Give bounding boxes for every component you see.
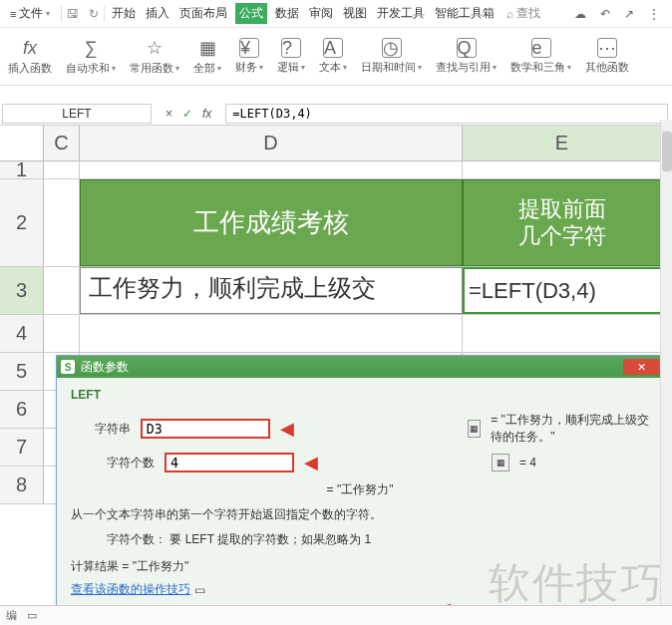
tab-dev[interactable]: 开发工具 bbox=[375, 3, 427, 24]
rib-text[interactable]: A文本▾ bbox=[313, 38, 353, 75]
fx-icon: fx bbox=[23, 37, 37, 59]
col-header-e[interactable]: E bbox=[463, 126, 662, 160]
confirm-formula-icon[interactable]: ✓ bbox=[182, 107, 192, 121]
row-header-7[interactable]: 7 bbox=[0, 429, 44, 466]
arrow-icon: ◀ bbox=[280, 418, 294, 440]
rib-common[interactable]: ☆常用函数▾ bbox=[124, 37, 185, 76]
question-icon: ? bbox=[281, 38, 301, 58]
cell-c2[interactable] bbox=[44, 179, 80, 266]
grid-icon: ▦ bbox=[199, 37, 216, 59]
cell-e3[interactable]: =LEFT(D3,4) bbox=[463, 267, 662, 314]
rib-other[interactable]: ⋯其他函数 bbox=[579, 38, 635, 75]
tab-view[interactable]: 视图 bbox=[341, 3, 369, 24]
tab-insert[interactable]: 插入 bbox=[144, 3, 171, 24]
row-header-6[interactable]: 6 bbox=[0, 391, 44, 428]
tab-data[interactable]: 数据 bbox=[273, 3, 301, 24]
rib-lookup[interactable]: Q查找与引用▾ bbox=[430, 38, 503, 75]
cell-c1[interactable] bbox=[44, 161, 80, 178]
param2-result: = 4 bbox=[519, 456, 536, 469]
vertical-scrollbar[interactable] bbox=[660, 120, 672, 605]
top-menu-bar: ≡ 文件 ▾ 🖫 ↻ 开始 插入 页面布局 公式 数据 审阅 视图 开发工具 智… bbox=[0, 0, 672, 28]
math-icon: e bbox=[531, 38, 551, 58]
param1-result: = "工作努力，顺利完成上级交待的任务。" bbox=[491, 412, 649, 446]
row-header-4[interactable]: 4 bbox=[0, 315, 44, 352]
search-placeholder: 查找 bbox=[516, 5, 540, 22]
save-icon[interactable]: 🖫 bbox=[67, 7, 79, 21]
caret-icon: ▾ bbox=[46, 9, 50, 18]
function-desc: 从一个文本字符串的第一个字符开始返回指定个数的字符。 bbox=[71, 506, 649, 523]
share-icon[interactable]: ↗ bbox=[624, 7, 634, 21]
fx-icon[interactable]: fx bbox=[202, 107, 211, 121]
cell-d1[interactable] bbox=[80, 161, 463, 178]
ref-button-2[interactable]: ▦ bbox=[492, 454, 509, 471]
param1-input[interactable] bbox=[141, 419, 270, 439]
formula-bar: LEFT × ✓ fx bbox=[0, 102, 672, 126]
rib-autosum[interactable]: ∑自动求和▾ bbox=[60, 37, 122, 76]
row-2: 2 工作成绩考核 提取前面 几个字符 bbox=[0, 179, 672, 267]
rib-logic[interactable]: ?逻辑▾ bbox=[271, 38, 311, 75]
cell-e2[interactable]: 提取前面 几个字符 bbox=[463, 179, 662, 266]
layout-icon[interactable]: ▭ bbox=[27, 609, 37, 622]
param1-label: 字符串 bbox=[71, 421, 137, 438]
function-args-dialog: S 函数参数 ✕ LEFT 字符串 ◀ ▦ = "工作努力，顺利完成上级交待的任… bbox=[56, 355, 664, 616]
param-row-2: 字符个数 ◀ ▦ = 4 bbox=[71, 452, 649, 473]
cell-c3[interactable] bbox=[44, 267, 80, 314]
tab-formula[interactable]: 公式 bbox=[235, 3, 267, 24]
param2-label: 字符个数 bbox=[71, 455, 161, 471]
tab-layout[interactable]: 页面布局 bbox=[177, 3, 229, 24]
help-link[interactable]: 查看该函数的操作技巧 bbox=[71, 581, 190, 598]
name-box[interactable]: LEFT bbox=[2, 104, 152, 124]
rib-math[interactable]: e数学和三角▾ bbox=[504, 38, 577, 75]
param-desc: 字符个数： 要 LEFT 提取的字符数；如果忽略为 1 bbox=[107, 531, 649, 548]
select-all-corner[interactable] bbox=[0, 126, 44, 160]
video-icon[interactable]: ▭ bbox=[194, 583, 205, 597]
divider bbox=[61, 6, 62, 22]
function-name: LEFT bbox=[71, 388, 649, 402]
rib-datetime[interactable]: ◷日期和时间▾ bbox=[355, 38, 428, 75]
ref-button-1[interactable]: ▦ bbox=[468, 420, 481, 438]
rib-finance[interactable]: ¥财务▾ bbox=[229, 38, 269, 75]
file-menu[interactable]: ≡ 文件 ▾ bbox=[4, 3, 56, 24]
dialog-title: 函数参数 bbox=[81, 359, 129, 376]
row-3: 3 工作努力，顺利完成上级交 =LEFT(D3,4) bbox=[0, 267, 672, 315]
rib-insert-func[interactable]: fx插入函数 bbox=[2, 37, 58, 76]
file-menu-label: 文件 bbox=[19, 5, 43, 22]
cell-e1[interactable] bbox=[463, 161, 662, 178]
row-header-1[interactable]: 1 bbox=[0, 161, 44, 178]
tab-review[interactable]: 审阅 bbox=[307, 3, 335, 24]
ribbon-tabs: 开始 插入 页面布局 公式 数据 审阅 视图 开发工具 智能工具箱 bbox=[110, 3, 497, 24]
help-link-row: 查看该函数的操作技巧 ▭ bbox=[71, 581, 649, 598]
search-box[interactable]: ⌕ 查找 bbox=[506, 5, 540, 22]
col-header-d[interactable]: D bbox=[80, 126, 463, 160]
row-header-8[interactable]: 8 bbox=[0, 467, 44, 503]
scroll-thumb[interactable] bbox=[662, 132, 672, 171]
close-button[interactable]: ✕ bbox=[623, 359, 659, 375]
app-icon: S bbox=[61, 360, 75, 374]
row-header-2[interactable]: 2 bbox=[0, 179, 44, 266]
dialog-titlebar[interactable]: S 函数参数 ✕ bbox=[57, 356, 663, 378]
fx-controls: × ✓ fx bbox=[152, 107, 225, 121]
tab-smart[interactable]: 智能工具箱 bbox=[433, 3, 497, 24]
formula-input[interactable] bbox=[225, 104, 668, 124]
tab-start[interactable]: 开始 bbox=[110, 3, 138, 24]
row-header-5[interactable]: 5 bbox=[0, 353, 44, 390]
dialog-body: LEFT 字符串 ◀ ▦ = "工作努力，顺利完成上级交待的任务。" 字符个数 … bbox=[57, 378, 663, 608]
cell-d2[interactable]: 工作成绩考核 bbox=[80, 179, 463, 266]
arrow-icon: ◀ bbox=[304, 452, 318, 473]
row-header-3[interactable]: 3 bbox=[0, 267, 44, 314]
cloud-icon[interactable]: ☁ bbox=[574, 7, 586, 21]
menu-icon: ≡ bbox=[10, 8, 16, 20]
rib-all[interactable]: ▦全部▾ bbox=[187, 37, 227, 76]
col-header-c[interactable]: C bbox=[44, 126, 80, 160]
cell-d3[interactable]: 工作努力，顺利完成上级交 bbox=[80, 267, 463, 314]
top-right-controls: ☁ ↶ ↗ ⋮ bbox=[574, 7, 668, 21]
more-icon[interactable]: ⋮ bbox=[648, 7, 660, 21]
ribbon: fx插入函数 ∑自动求和▾ ☆常用函数▾ ▦全部▾ ¥财务▾ ?逻辑▾ A文本▾… bbox=[0, 28, 672, 86]
star-icon: ☆ bbox=[147, 37, 163, 59]
redo-icon[interactable]: ↻ bbox=[89, 7, 99, 21]
cancel-formula-icon[interactable]: × bbox=[166, 107, 172, 121]
param2-input[interactable] bbox=[165, 453, 294, 472]
text-icon: A bbox=[323, 38, 343, 58]
status-bar: 编 ▭ bbox=[0, 605, 672, 625]
undo-icon[interactable]: ↶ bbox=[600, 7, 610, 21]
